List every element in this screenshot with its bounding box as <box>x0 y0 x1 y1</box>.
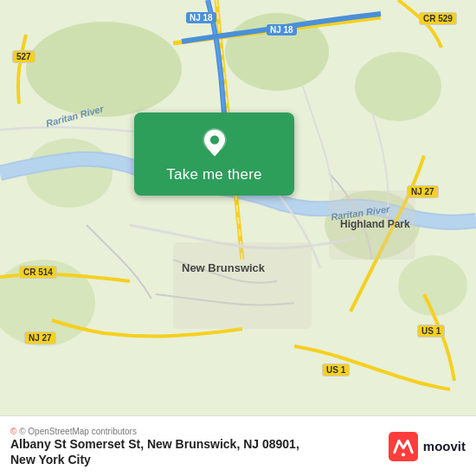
attribution-text: © OpenStreetMap contributors <box>19 427 137 436</box>
take-me-there-button[interactable]: Take me there <box>134 113 294 196</box>
svg-point-5 <box>26 138 113 208</box>
map-container: Raritan River Raritan River New Brunswic… <box>0 0 476 415</box>
moovit-text: moovit <box>423 439 466 453</box>
city-line: New York City <box>10 452 380 467</box>
svg-point-3 <box>355 52 441 121</box>
osm-icon: © <box>10 427 16 436</box>
svg-point-1 <box>26 22 182 117</box>
take-me-there-label: Take me there <box>166 166 261 183</box>
attribution: © © OpenStreetMap contributors <box>10 427 380 436</box>
svg-point-13 <box>402 453 405 456</box>
svg-rect-8 <box>173 242 312 329</box>
moovit-logo-icon <box>389 432 418 461</box>
bottom-info: © © OpenStreetMap contributors Albany St… <box>10 425 380 467</box>
svg-point-7 <box>398 255 467 316</box>
svg-rect-9 <box>329 190 415 260</box>
moovit-logo: moovit <box>389 432 466 461</box>
address-line: Albany St Somerset St, New Brunswick, NJ… <box>10 436 380 452</box>
bottom-bar: © © OpenStreetMap contributors Albany St… <box>0 415 476 476</box>
svg-point-11 <box>209 136 218 145</box>
location-pin-icon <box>199 128 230 159</box>
